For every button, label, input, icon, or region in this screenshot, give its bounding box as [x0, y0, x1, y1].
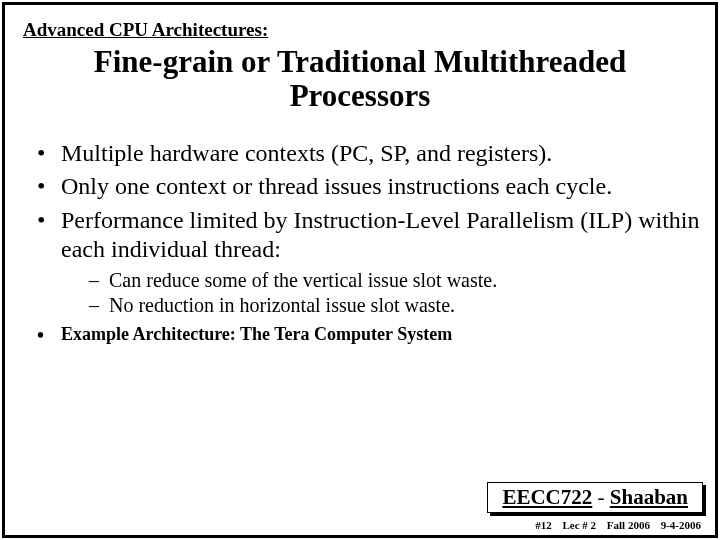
slide-title: Fine-grain or Traditional Multithreaded … [19, 45, 701, 113]
bullet-item-2: Only one context or thread issues instru… [37, 172, 701, 201]
title-line-1: Fine-grain or Traditional Multithreaded [94, 44, 626, 79]
title-line-2: Processors [290, 78, 431, 113]
slide-kicker: Advanced CPU Architectures: [23, 19, 701, 41]
author-name: Shaaban [610, 485, 688, 509]
example-line: Example Architecture: The Tera Computer … [19, 324, 701, 345]
term-label: Fall 2006 [607, 519, 650, 531]
bullet-item-3-text: Performance limited by Instruction-Level… [61, 207, 700, 262]
sub-bullet-list: Can reduce some of the vertical issue sl… [61, 268, 701, 318]
course-code: EECC722 [502, 485, 592, 509]
slide-number: #12 [535, 519, 552, 531]
sub-bullet-2: No reduction in horizontal issue slot wa… [89, 293, 701, 318]
bullet-item-1: Multiple hardware contexts (PC, SP, and … [37, 139, 701, 168]
course-footer-box: EECC722 - Shaaban [487, 482, 703, 513]
footer-dash: - [592, 485, 610, 509]
slide-frame: Advanced CPU Architectures: Fine-grain o… [2, 2, 718, 538]
bullet-item-3: Performance limited by Instruction-Level… [37, 206, 701, 319]
bullet-list: Multiple hardware contexts (PC, SP, and … [19, 139, 701, 318]
date-label: 9-4-2006 [661, 519, 701, 531]
lecture-number: Lec # 2 [562, 519, 596, 531]
footline: #12 Lec # 2 Fall 2006 9-4-2006 [527, 519, 701, 531]
sub-bullet-1: Can reduce some of the vertical issue sl… [89, 268, 701, 293]
